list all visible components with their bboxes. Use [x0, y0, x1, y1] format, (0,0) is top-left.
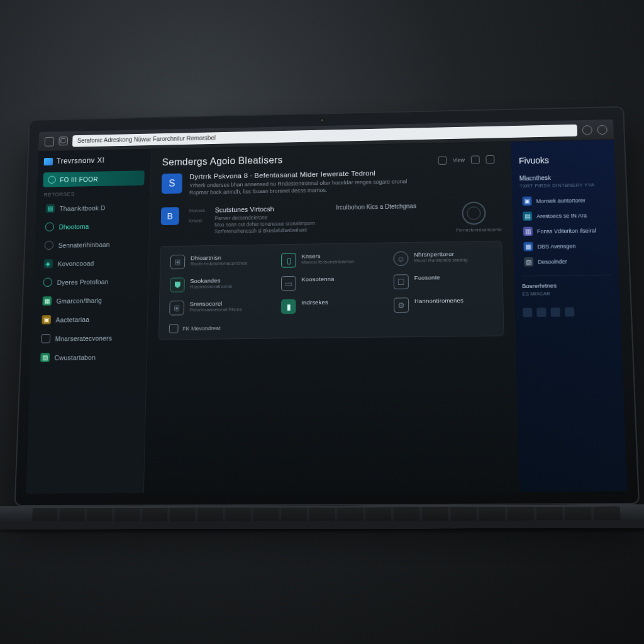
home-icon: [48, 176, 56, 184]
tile-sub: Petorinsaanetonal Rhces: [190, 307, 242, 314]
rail-section-sub: TXRT PIRSK DINTBNERY YVA: [519, 182, 608, 189]
gear-icon: ⚙: [394, 298, 409, 313]
cube-icon: ▧: [40, 353, 50, 362]
sidebar-item-label: Cwustartabon: [54, 353, 96, 361]
sidebar-section-label: Retorses: [43, 189, 144, 197]
tile[interactable]: ☐ Foosonte: [394, 274, 492, 290]
account-icon: ☐: [394, 275, 409, 290]
app-title: Trevrsnonv XI: [44, 155, 145, 165]
page-toolbar: View: [438, 155, 494, 165]
rail-item-label: Arestoecs se IN Ara: [536, 212, 587, 219]
tile-icon: ▦: [523, 242, 533, 252]
sidebar-item-label: Dhootoma: [59, 223, 89, 230]
sidebar-item-6[interactable]: ▣ Aactetariaa: [38, 311, 141, 327]
tile-title: Hannontiromenes: [414, 297, 464, 304]
keyboard: [0, 504, 644, 530]
system-tray: [523, 307, 613, 318]
col-label-1: Moroes: [189, 208, 205, 214]
document-icon: ▮: [281, 299, 296, 314]
back-icon[interactable]: [45, 136, 55, 146]
sidebar-item-5[interactable]: ▦ Gmarcon/tharig: [38, 292, 142, 308]
tile[interactable]: ⚙ Hannontiromenes: [394, 297, 493, 313]
sidebar-item-4[interactable]: Dyeres Protofoan: [39, 274, 142, 290]
tile-sub: Moost Rundendis sseang: [414, 257, 467, 264]
sidebar-item-1[interactable]: Dhootoma: [42, 218, 143, 234]
tile-sub: Rosnreindorathorcal: [190, 284, 232, 290]
shield-outline-icon: ⛨: [169, 301, 184, 316]
rail-item[interactable]: ▣ Monsek auntortorer: [519, 192, 609, 209]
tile-icon: ▤: [523, 211, 532, 221]
sidebar-item-label: Aactetariaa: [55, 316, 89, 323]
tile-icon: ▣: [522, 196, 531, 206]
tile-icon: ▥: [523, 227, 533, 236]
tile-sub: Rordn Indotshilohaconchea: [191, 260, 247, 267]
sidebar-item-2[interactable]: Sennaterihinbaan: [41, 236, 143, 253]
tile-title: Koosotenna: [301, 275, 334, 282]
tile[interactable]: ⛊ Sookandes Rosnreindorathorcal: [170, 277, 267, 292]
tile-sub: Manest fedsonelnloamon: [302, 259, 355, 266]
tile-panel: ⛨ Dhioartnisn Rordn Indotshilohaconchea …: [158, 241, 504, 340]
ring-icon: [43, 278, 52, 287]
tile[interactable]: ⛨ Srensocorel Petorinsaanetonal Rhces: [169, 300, 266, 316]
sidebar-item-label: Kovoncooad: [58, 259, 94, 267]
rail-item-label: Monsek auntortorer: [536, 197, 585, 204]
rail-footer-label: Bosrerhrtnes: [522, 281, 612, 289]
tray-icon[interactable]: [550, 308, 560, 317]
tile[interactable]: ☺ Nhrsnperttoror Moost Rundendis sseang: [393, 250, 492, 267]
shield-icon: ◈: [43, 259, 53, 268]
ring-icon: [45, 222, 55, 231]
tray-icon[interactable]: [536, 308, 547, 317]
sidebar-item-label: Thaankitbook D: [60, 204, 106, 212]
feature-badge-icon: S: [162, 174, 182, 194]
toolbar-label: View: [453, 157, 465, 164]
rail-item[interactable]: ▧ Desoolnder: [521, 253, 611, 270]
book-icon: ▤: [46, 204, 55, 213]
tile[interactable]: ▭ Koosotenna: [281, 275, 379, 291]
sidebar-item-label: Sennaterihinbaan: [58, 241, 110, 249]
refresh-icon[interactable]: [582, 125, 592, 135]
sidebar-item-label: FO III FOOR: [60, 175, 98, 183]
tile-title: Indrsekes: [301, 299, 328, 306]
panel-footer[interactable]: FK Mevondreat: [169, 320, 494, 333]
feature-banner: S Dyrtrrk Pskvona 8 · Befentasanat Mider…: [162, 167, 501, 197]
sidebar-item-label: Mnarseratecvoners: [55, 334, 112, 342]
logo-icon: [44, 157, 53, 165]
panel-footer-label: FK Mevondreat: [182, 325, 220, 331]
rail-section-label: Mlacnthesk: [519, 174, 608, 182]
rail-item[interactable]: ▦ DBS Avensgen: [521, 238, 611, 255]
sidebar-item-8[interactable]: ▧ Cwustartabon: [36, 349, 140, 365]
folder-icon: ▣: [42, 315, 51, 325]
sidebar-item-7[interactable]: Mnarseratecvoners: [37, 330, 141, 346]
rail-footer-sub: ES MIXCAR: [522, 290, 612, 297]
sidebar-item-active[interactable]: FO III FOOR: [43, 170, 144, 187]
app-icon: [58, 136, 68, 145]
view-icon[interactable]: [438, 156, 447, 165]
tray-icon[interactable]: [523, 308, 533, 317]
tile[interactable]: ⛨ Dhioartnisn Rordn Indotshilohaconchea: [170, 253, 267, 269]
sidebar-item-0[interactable]: ▤ Thaankitbook D: [42, 199, 144, 216]
rail-item[interactable]: ▤ Arestoecs se IN Ara: [520, 207, 609, 224]
tray-icon[interactable]: [565, 308, 575, 317]
status-line3: Sorferenoihenessh si Bkeslafultanbeihant: [214, 227, 315, 235]
rail-item-label: DBS Avensgen: [537, 243, 575, 250]
status-title: Scutstunes Virtocsh: [215, 205, 315, 214]
status-row: B Moroes Krscsl Scutstunes Virtocsh Panv…: [160, 201, 502, 238]
shield-filled-icon: ⛊: [170, 278, 185, 292]
rail-title: Fivuoks: [519, 154, 608, 165]
tile[interactable]: ▮ Indrsekes: [281, 298, 379, 314]
tile-title: Foosonte: [414, 274, 440, 281]
status-badge-icon: B: [161, 207, 179, 225]
tile-icon: ▧: [524, 257, 533, 267]
sidebar: Trevrsnonv XI FO III FOOR Retorses ▤ Tha…: [26, 150, 152, 494]
settings-icon[interactable]: [486, 155, 494, 164]
sidebar-item-3[interactable]: ◈ Kovoncooad: [40, 255, 143, 271]
search-icon[interactable]: [597, 125, 607, 134]
col-label-2: Krscsl: [189, 218, 205, 224]
main-content: Semdergs Agoio Bleatisers View S Dyrtrrk…: [144, 142, 519, 494]
rail-item[interactable]: ▥ Fonss Vditeriton Ilseiral: [521, 223, 610, 240]
scan-progress-icon[interactable]: [462, 202, 486, 225]
circle-icon: [44, 241, 53, 250]
more-icon[interactable]: [471, 155, 480, 164]
tile[interactable]: ▯ Knsers Manest fedsonelnloamon: [281, 252, 379, 267]
grid-icon: ▦: [42, 296, 52, 306]
